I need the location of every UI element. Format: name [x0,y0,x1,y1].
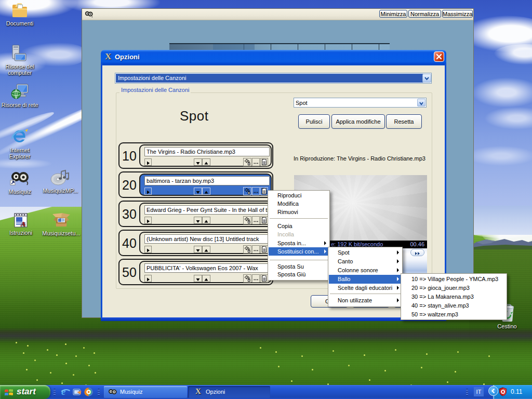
svg-text:A: A [20,220,25,228]
svg-text:e: e [61,387,66,397]
